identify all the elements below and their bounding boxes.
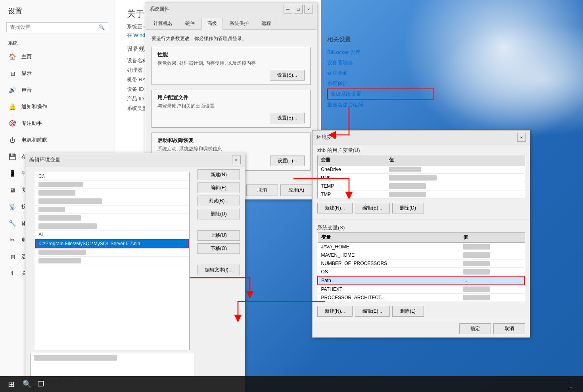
edit-env-content: C:\: [25, 167, 245, 392]
search-taskbar[interactable]: 🔍: [19, 380, 35, 388]
search-icon: 🔍: [98, 24, 105, 30]
env-close-button[interactable]: ×: [517, 133, 526, 142]
new-path-button[interactable]: 新建(N): [198, 169, 240, 180]
startup-desc: 系统启动, 系统故障和调试信息: [157, 146, 305, 152]
user-new-button[interactable]: 新建(N)...: [317, 203, 353, 213]
tab-system-protection[interactable]: 系统保护: [224, 18, 255, 29]
sys-delete-button[interactable]: 删除(L): [392, 306, 424, 317]
close-button[interactable]: ×: [304, 5, 313, 13]
var-cell: Path: [318, 174, 386, 182]
sys-vars-table: 变量 值 JAVA_HOME MAVEN_HOME NUMBER_OF_PROC…: [317, 232, 525, 302]
dialog-controls: ─ □ ×: [284, 5, 313, 13]
time: ...: [570, 379, 573, 384]
list-item-ai[interactable]: Ai: [35, 231, 189, 239]
tab-hardware[interactable]: 硬件: [179, 18, 201, 29]
minimize-button[interactable]: ─: [284, 5, 292, 13]
notification-icon: 🔔: [8, 102, 17, 111]
table-row[interactable]: TEMP: [318, 182, 525, 190]
profile-section: 用户配置文件 与登录帐户相关的桌面设置 设置(E)...: [152, 90, 311, 128]
move-down-button[interactable]: 下移(O): [198, 243, 240, 254]
env-dialog-titlebar: 环境变量 ×: [313, 131, 530, 144]
tablet-icon: 📱: [8, 169, 17, 178]
settings-search-box[interactable]: 🔍: [6, 22, 108, 32]
path-text-area: [30, 353, 194, 377]
cancel-button[interactable]: 取消: [246, 184, 278, 196]
list-item[interactable]: [35, 248, 189, 257]
list-item[interactable]: [35, 222, 189, 231]
move-up-button[interactable]: 上移(U): [198, 230, 240, 241]
delete-path-button[interactable]: 删除(D): [198, 209, 240, 219]
table-row[interactable]: OneDrive: [318, 165, 525, 174]
settings-title: 设置: [0, 0, 115, 19]
table-row[interactable]: NUMBER_OF_PROCESSORS: [318, 259, 525, 268]
system-section-label: 系统: [0, 35, 115, 48]
profile-btn-row: 设置(E)...: [157, 113, 305, 123]
var-cell: PATHEXT: [318, 285, 460, 294]
list-item[interactable]: C:\: [35, 172, 189, 181]
device-manager-link[interactable]: 设备管理器: [327, 58, 434, 68]
apply-button[interactable]: 应用(A): [280, 184, 312, 196]
start-button[interactable]: ⊞: [3, 379, 19, 389]
sys-new-button[interactable]: 新建(N)...: [317, 306, 353, 317]
sidebar-item-sound[interactable]: 🔊 声音: [0, 82, 115, 98]
sys-vars-label: 系统变量(S): [313, 222, 530, 232]
var-cell: OS: [318, 268, 460, 277]
search-input[interactable]: [10, 24, 98, 30]
sidebar-item-focus[interactable]: 🎯 专注助手: [0, 115, 115, 132]
user-edit-button[interactable]: 编辑(E)...: [355, 203, 390, 213]
blurred-text: [34, 355, 117, 361]
edit-text-button[interactable]: 编辑文本(I)...: [198, 265, 240, 275]
tab-remote[interactable]: 远程: [255, 18, 277, 29]
bitlocker-link[interactable]: BitLocker 设置: [327, 47, 434, 58]
path-list: C:\: [35, 172, 190, 350]
sidebar-item-home[interactable]: 🏠 主页: [0, 48, 115, 65]
system-protection-link[interactable]: 系统保护: [327, 78, 434, 88]
edit-env-controls: ×: [232, 156, 241, 164]
list-item[interactable]: [35, 189, 189, 197]
user-delete-button[interactable]: 删除(D): [392, 203, 424, 213]
maximize-button[interactable]: □: [294, 5, 303, 13]
sidebar-item-display[interactable]: 🖥 显示: [0, 65, 115, 82]
profile-settings-button[interactable]: 设置(E)...: [270, 113, 305, 123]
remote-icon: 🖥: [8, 252, 17, 261]
tab-advanced[interactable]: 高级: [201, 18, 223, 30]
perf-settings-button[interactable]: 设置(S)...: [270, 70, 305, 81]
list-item-mysql[interactable]: C:\Program Files\MySQL\MySQL Server 5.7\…: [35, 239, 189, 248]
table-row[interactable]: OS: [318, 268, 525, 277]
value-cell: [460, 268, 525, 277]
edit-env-close-button[interactable]: ×: [232, 156, 241, 164]
list-item[interactable]: [35, 206, 189, 214]
sidebar-item-notifications[interactable]: 🔔 通知和操作: [0, 98, 115, 115]
tab-computer-name[interactable]: 计算机名: [148, 18, 178, 29]
table-row[interactable]: JAVA_HOME: [318, 243, 525, 251]
table-row[interactable]: Path: [318, 174, 525, 182]
edit-path-button[interactable]: 编辑(E): [198, 183, 240, 193]
sidebar-item-power[interactable]: ⏻ 电源和睡眠: [0, 132, 115, 148]
table-row[interactable]: TMP: [318, 190, 525, 199]
taskbar: ⊞ 🔍 ❐ ... ...: [0, 376, 583, 392]
list-item[interactable]: [35, 257, 189, 265]
value-cell: [386, 182, 525, 190]
task-view-button[interactable]: ❐: [35, 380, 47, 388]
env-ok-button[interactable]: 确定: [459, 323, 491, 334]
path-row[interactable]: Path ...: [318, 276, 525, 285]
startup-title: 启动和故障恢复: [157, 137, 305, 144]
rename-pc-link[interactable]: 重命名这台电脑: [327, 100, 434, 110]
perf-desc: 视觉效果, 处理器计划, 内存使用, 以及虚拟内存: [157, 60, 305, 67]
list-item[interactable]: [35, 214, 189, 222]
remote-desktop-link[interactable]: 远程桌面: [327, 68, 434, 78]
browse-button[interactable]: 浏览(B)...: [198, 196, 240, 206]
advanced-system-settings-link[interactable]: 高级系统设置: [327, 88, 434, 100]
table-row[interactable]: PATHEXT: [318, 285, 525, 294]
table-row[interactable]: MAVEN_HOME: [318, 251, 525, 259]
env-cancel-button[interactable]: 取消: [493, 323, 525, 334]
table-row[interactable]: PROCESSOR_ARCHITECT...: [318, 294, 525, 302]
var-cell: TEMP: [318, 182, 386, 190]
startup-settings-button[interactable]: 设置(T)...: [270, 156, 305, 166]
sys-edit-button[interactable]: 编辑(E)...: [355, 306, 390, 317]
list-item[interactable]: [35, 197, 189, 206]
about-icon: ℹ: [8, 269, 17, 278]
list-item[interactable]: [35, 181, 189, 189]
related-settings-panel: 相关设置 BitLocker 设置 设备管理器 远程桌面 系统保护 高级系统设置…: [327, 36, 434, 110]
home-icon: 🏠: [8, 52, 17, 61]
